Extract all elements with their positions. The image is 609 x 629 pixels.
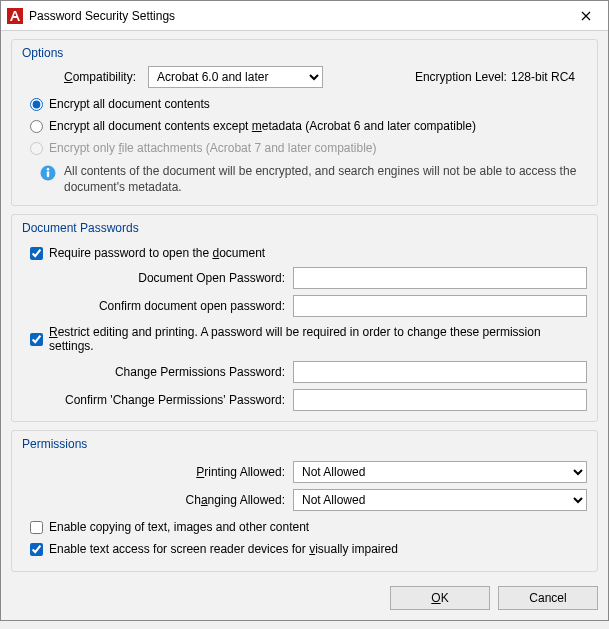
group-permissions: Permissions Printing Allowed: Not Allowe… xyxy=(11,430,598,572)
check-restrict-editing-label: Restrict editing and printing. A passwor… xyxy=(49,325,587,353)
info-icon xyxy=(40,165,56,181)
confirm-open-password-label: Confirm document open password: xyxy=(22,299,287,313)
group-title-passwords: Document Passwords xyxy=(22,221,587,241)
changing-allowed-label: Changing Allowed: xyxy=(22,493,287,507)
info-text: All contents of the document will be enc… xyxy=(64,164,587,195)
radio-encrypt-all-label: Encrypt all document contents xyxy=(49,97,210,111)
svg-rect-3 xyxy=(47,171,49,177)
check-enable-screen-reader[interactable] xyxy=(30,543,43,556)
app-icon xyxy=(7,8,23,24)
group-title-options: Options xyxy=(22,46,587,66)
dialog-body: Options Compatibility: Acrobat 6.0 and l… xyxy=(1,31,608,620)
svg-point-2 xyxy=(47,168,50,171)
confirm-change-permissions-input[interactable] xyxy=(293,389,587,411)
encryption-level-value: 128-bit RC4 xyxy=(511,70,575,84)
confirm-change-permissions-label: Confirm 'Change Permissions' Password: xyxy=(22,393,287,407)
document-open-password-input[interactable] xyxy=(293,267,587,289)
check-require-open-password-label: Require password to open the document xyxy=(49,246,265,260)
check-require-open-password[interactable] xyxy=(30,247,43,260)
compatibility-label: Compatibility: xyxy=(22,70,142,84)
cancel-button[interactable]: Cancel xyxy=(498,586,598,610)
group-options: Options Compatibility: Acrobat 6.0 and l… xyxy=(11,39,598,206)
radio-encrypt-attachments-label: Encrypt only file attachments (Acrobat 7… xyxy=(49,141,377,155)
radio-encrypt-all[interactable] xyxy=(30,98,43,111)
compatibility-combo[interactable]: Acrobat 6.0 and later xyxy=(148,66,323,88)
document-open-password-label: Document Open Password: xyxy=(22,271,287,285)
change-permissions-password-input[interactable] xyxy=(293,361,587,383)
printing-allowed-label: Printing Allowed: xyxy=(22,465,287,479)
changing-allowed-combo[interactable]: Not Allowed xyxy=(293,489,587,511)
radio-encrypt-except-metadata-label: Encrypt all document contents except met… xyxy=(49,119,476,133)
printing-allowed-combo[interactable]: Not Allowed xyxy=(293,461,587,483)
check-enable-copying[interactable] xyxy=(30,521,43,534)
radio-encrypt-attachments xyxy=(30,142,43,155)
close-icon xyxy=(581,11,591,21)
check-restrict-editing[interactable] xyxy=(30,333,43,346)
group-document-passwords: Document Passwords Require password to o… xyxy=(11,214,598,422)
window-title: Password Security Settings xyxy=(29,9,563,23)
confirm-open-password-input[interactable] xyxy=(293,295,587,317)
close-button[interactable] xyxy=(563,1,608,31)
button-bar: OK Cancel xyxy=(11,580,598,610)
dialog-window: Password Security Settings Options Compa… xyxy=(0,0,609,621)
change-permissions-password-label: Change Permissions Password: xyxy=(22,365,287,379)
encryption-level-label: Encryption Level: xyxy=(415,70,507,84)
titlebar: Password Security Settings xyxy=(1,1,608,31)
check-enable-copying-label: Enable copying of text, images and other… xyxy=(49,520,309,534)
ok-button[interactable]: OK xyxy=(390,586,490,610)
check-enable-screen-reader-label: Enable text access for screen reader dev… xyxy=(49,542,398,556)
group-title-permissions: Permissions xyxy=(22,437,587,457)
radio-encrypt-except-metadata[interactable] xyxy=(30,120,43,133)
